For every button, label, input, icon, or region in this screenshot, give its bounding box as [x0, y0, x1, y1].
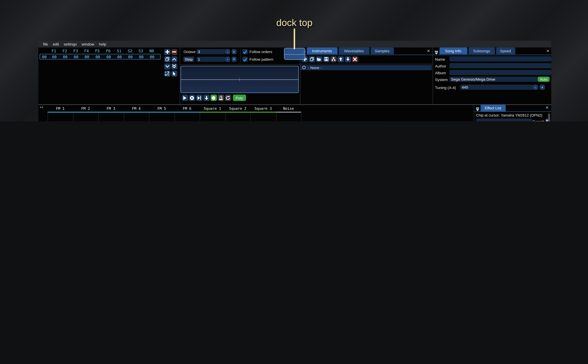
tab-samples[interactable]: Samples	[370, 47, 394, 54]
channel-header-square-2[interactable]: Square 2	[225, 106, 251, 111]
move-down-button[interactable]	[345, 56, 351, 62]
channel-header-fm-1[interactable]: FM 1	[47, 106, 73, 111]
channel-header-fm-4[interactable]: FM 4	[124, 106, 149, 111]
auto-system-button[interactable]: Auto	[538, 77, 550, 82]
menu-window[interactable]: window	[79, 42, 97, 46]
channel-header-fm-3[interactable]: FM 3	[98, 106, 124, 111]
orders-cell[interactable]: 00	[136, 55, 146, 59]
tab-effect-list[interactable]: Effect List	[480, 104, 506, 111]
chev-down-button[interactable]	[164, 63, 171, 70]
channel-header-fm-2[interactable]: FM 2	[73, 106, 98, 111]
channel-header-noise[interactable]: Noise	[276, 106, 301, 111]
metronome-button[interactable]	[218, 95, 224, 101]
tab-speed[interactable]: Speed	[496, 47, 515, 54]
orders-row[interactable]: 0000000000000000000000	[40, 54, 161, 59]
channel-separator	[124, 113, 124, 122]
instrument-list-item[interactable]: - None -	[300, 65, 432, 70]
tuning-plus-button[interactable]: +	[540, 84, 545, 90]
chev-dbl-down-icon	[172, 64, 176, 68]
cursor-button[interactable]	[171, 71, 178, 77]
menu-settings[interactable]: settings	[61, 42, 79, 46]
clone-button[interactable]	[309, 56, 315, 62]
open-button[interactable]	[316, 56, 322, 62]
orders-cell[interactable]: 00	[60, 55, 70, 59]
tab-song-info[interactable]: Song Info	[439, 47, 467, 54]
octave-input[interactable]: 3	[196, 49, 225, 54]
play-controls-pane: Poly	[180, 65, 300, 104]
orders-cell[interactable]: 00	[92, 55, 103, 59]
pane-menu-icon[interactable]	[435, 49, 438, 53]
orders-header: F1F2F3F4F5F6S1S2S3N0	[38, 49, 158, 53]
move-up-icon	[339, 57, 343, 61]
octave-minus-button[interactable]: -	[225, 49, 230, 54]
follow-orders-checkbox[interactable]	[242, 49, 248, 54]
unlink-button[interactable]	[164, 71, 171, 77]
orders-cell[interactable]: 00	[114, 55, 125, 59]
step-input[interactable]: 1	[196, 57, 225, 62]
channel-header-square-3[interactable]: Square 3	[251, 106, 276, 111]
channel-header-fm-6[interactable]: FM 6	[174, 106, 200, 111]
divider	[240, 49, 241, 63]
menu-file[interactable]: file	[41, 42, 50, 46]
chev-up-icon	[172, 58, 176, 60]
add-button[interactable]	[164, 49, 171, 55]
orders-cell[interactable]: 00	[147, 55, 157, 59]
tab-instruments[interactable]: Instruments	[307, 47, 337, 54]
step-plus-button[interactable]: +	[231, 57, 237, 62]
unlink-icon	[165, 71, 170, 76]
close-icon[interactable]: ✕	[545, 105, 549, 110]
tab-wavetables[interactable]: Wavetables	[339, 47, 369, 54]
tab-subsongs[interactable]: Subsongs	[469, 47, 495, 54]
system-input[interactable]: Sega Genesis/Mega Drive	[449, 77, 538, 82]
tuning-minus-button[interactable]: -	[533, 84, 538, 90]
song-info-pane: Song InfoSubsongsSpeed ✕ NameAuthorAlbum…	[432, 47, 551, 104]
remove-button[interactable]	[171, 49, 178, 55]
scrollbar-thumb[interactable]	[548, 114, 550, 121]
orders-cell[interactable]: 00	[82, 55, 92, 59]
cursor-icon	[172, 71, 176, 76]
delete-button[interactable]	[352, 56, 358, 62]
orders-channel-N0: N0	[146, 49, 157, 53]
menu-help[interactable]: help	[97, 42, 109, 46]
chev-dbl-down-button[interactable]	[171, 63, 178, 70]
album-input[interactable]	[449, 70, 551, 75]
toggle-folders-button[interactable]	[330, 56, 337, 62]
effect-search-input[interactable]	[476, 118, 532, 121]
step-one-row-button[interactable]	[203, 95, 210, 101]
author-label: Author	[435, 64, 446, 68]
save-button[interactable]	[323, 56, 330, 62]
dock-top-button[interactable]	[284, 48, 305, 60]
name-input[interactable]	[449, 56, 551, 61]
channel-header-square-1[interactable]: Square 1	[200, 106, 225, 111]
tabbar-underline	[474, 111, 551, 112]
play-button[interactable]	[182, 95, 188, 101]
orders-cell[interactable]: 00	[71, 55, 81, 59]
menu-edit[interactable]: edit	[50, 42, 61, 46]
channel-header-fm-5[interactable]: FM 5	[149, 106, 174, 111]
scrollbar-track[interactable]	[548, 112, 550, 122]
pattern-corner-button[interactable]: ++	[40, 105, 43, 109]
orders-cell[interactable]: 00	[125, 55, 136, 59]
octave-plus-button[interactable]: +	[231, 49, 237, 54]
close-icon[interactable]: ✕	[426, 49, 430, 53]
step-minus-button[interactable]: -	[225, 57, 230, 62]
close-icon[interactable]: ✕	[546, 49, 550, 53]
record-icon	[211, 96, 216, 100]
move-up-button[interactable]	[337, 56, 344, 62]
play-pattern-button[interactable]	[189, 95, 195, 101]
pane-menu-icon[interactable]	[476, 106, 479, 110]
author-input[interactable]	[449, 63, 551, 68]
play-from-cursor-button[interactable]	[196, 95, 202, 101]
repeat-pattern-button[interactable]	[225, 95, 231, 101]
poly-button[interactable]: Poly	[233, 95, 246, 101]
clone-button[interactable]	[164, 56, 171, 62]
instruments-pane: InstrumentsWavetablesSamples ✕ - None -	[300, 47, 432, 104]
record-button[interactable]	[210, 95, 217, 101]
channel-color-bar	[124, 112, 149, 113]
tuning-input[interactable]: 440	[460, 84, 533, 90]
orders-cell[interactable]: 00	[103, 55, 114, 59]
orders-cell[interactable]: 00	[49, 55, 59, 59]
follow-pattern-checkbox[interactable]	[242, 57, 248, 62]
channel-separator	[149, 113, 149, 122]
chev-up-button[interactable]	[171, 56, 178, 62]
